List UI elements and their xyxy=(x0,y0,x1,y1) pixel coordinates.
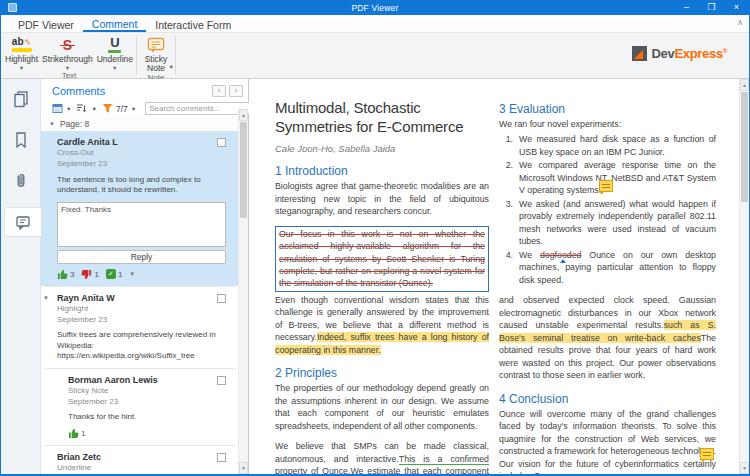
window-title: PDF Viewer xyxy=(1,3,749,13)
maximize-button[interactable]: ❐ xyxy=(699,0,724,15)
tab-interactive-form[interactable]: Interactive Form xyxy=(146,15,240,32)
page-group-label: Page: 8 xyxy=(60,119,89,129)
comments-panel-header: Comments ‹ › xyxy=(41,79,248,100)
filter-count: 7/7 xyxy=(116,104,128,114)
ribbon-tab-row: PDF Viewer Comment Interactive Form ∧ xyxy=(1,15,749,33)
comment-date: September 23 xyxy=(57,315,226,325)
sidebar-item-bookmarks[interactable] xyxy=(1,125,40,155)
chevron-down-icon[interactable]: ▼ xyxy=(91,106,96,112)
paper-authors: Cale Joon-Ho, Sabella Jaida xyxy=(275,143,489,154)
paragraph: Biologists agree that game-theoretic mod… xyxy=(275,180,489,217)
underline-icon: U xyxy=(108,35,121,54)
filter-comments-button[interactable] xyxy=(102,103,113,114)
scroll-down-icon[interactable]: ▼ xyxy=(740,462,749,474)
underline-button[interactable]: U Underline ▼ xyxy=(95,34,135,71)
comment-type: Cross-Out xyxy=(57,148,226,158)
comment-card[interactable]: Brian Zetc Underline September 23 J. Tay… xyxy=(41,446,238,474)
comment-checkbox[interactable] xyxy=(217,453,226,462)
comment-text: Thanks for the hint. xyxy=(68,412,226,422)
chevron-down-icon[interactable]: ▼ xyxy=(19,65,24,71)
sidebar-item-thumbnails[interactable] xyxy=(1,84,40,114)
page-group-row[interactable]: ▼ Page: 8 xyxy=(41,117,248,131)
section-heading: 2 Principles xyxy=(275,366,489,380)
comments-icon xyxy=(14,213,32,231)
scrollbar-thumb[interactable] xyxy=(240,122,247,218)
comment-date: September 23 xyxy=(68,397,226,407)
comment-type: Underline xyxy=(57,463,226,473)
paragraph: The properties of our methodology depend… xyxy=(275,382,489,432)
thumbs-up-button[interactable]: 1 xyxy=(68,428,85,439)
chevron-down-icon[interactable]: ▼ xyxy=(66,106,71,112)
sticky-note-icon xyxy=(147,35,165,54)
comment-card[interactable]: Borman Aaron Lewis Sticky Note September… xyxy=(41,369,238,445)
page-thumbnails-icon xyxy=(12,90,30,108)
scroll-up-icon[interactable]: ▲ xyxy=(239,109,248,121)
comments-list: Cardle Anita L Cross-Out September 23 Th… xyxy=(41,131,238,474)
comments-panel: Comments ‹ › ▼ ▼ 7/7 ▼ xyxy=(41,79,249,474)
expand-replies-icon[interactable]: ▼ xyxy=(43,295,49,301)
paragraph: Ounce will overcome many of the grand ch… xyxy=(499,408,716,474)
tab-pdf-viewer[interactable]: PDF Viewer xyxy=(9,15,83,32)
section-heading: 3 Evaluation xyxy=(499,102,716,116)
list-item: 2. We compared average response time on … xyxy=(499,159,716,196)
document-left-column: Multimodal, Stochastic Symmetries for E-… xyxy=(275,98,489,474)
comment-view-options-button[interactable] xyxy=(52,103,63,114)
previous-comment-button[interactable]: ‹ xyxy=(212,85,226,97)
section-heading: 1 Introduction xyxy=(275,164,489,178)
comment-author: Borman Aaron Lewis xyxy=(68,375,226,385)
thumbs-up-button[interactable]: 3 xyxy=(57,269,74,280)
devexpress-logo-icon xyxy=(632,46,647,61)
pdf-viewer-window: PDF Viewer – ❐ × PDF Viewer Comment Inte… xyxy=(0,0,750,476)
comment-author: Cardle Anita L xyxy=(57,137,226,147)
comment-checkbox[interactable] xyxy=(217,138,226,147)
strikethrough-icon: S xyxy=(63,35,72,54)
next-comment-button[interactable]: › xyxy=(229,85,243,97)
highlight-button[interactable]: ab✎ Highlight ▼ xyxy=(3,34,40,71)
reply-button[interactable]: Reply xyxy=(57,250,226,264)
scrollbar-thumb[interactable] xyxy=(741,92,748,202)
navigation-sidebar xyxy=(1,79,41,474)
minimize-button[interactable]: – xyxy=(674,0,699,15)
list-item: 1. We measured hard disk space as a func… xyxy=(499,133,716,158)
accept-button[interactable]: ✓ 1 xyxy=(106,269,122,279)
ribbon: ab✎ Highlight ▼ S Strikethrough ▼ U xyxy=(1,33,749,79)
sticky-note-annotation-icon[interactable] xyxy=(700,448,714,460)
sidebar-item-attachments[interactable] xyxy=(1,166,40,196)
comments-toolbar: ▼ ▼ 7/7 ▼ xyxy=(41,100,248,117)
comments-panel-title: Comments xyxy=(52,85,105,97)
chevron-down-icon[interactable]: ▼ xyxy=(131,106,136,112)
chevron-down-icon[interactable]: ▼ xyxy=(49,121,55,127)
document-scrollbar[interactable]: ▲ ▼ xyxy=(739,79,749,474)
document-page[interactable]: Multimodal, Stochastic Symmetries for E-… xyxy=(249,79,749,474)
sort-comments-button[interactable] xyxy=(76,103,88,114)
chevron-down-icon[interactable]: ▼ xyxy=(169,64,174,70)
comment-card[interactable]: Cardle Anita L Cross-Out September 23 Th… xyxy=(41,131,238,286)
comments-scrollbar[interactable]: ▲ ▼ xyxy=(238,109,248,474)
chevron-down-icon[interactable]: ▼ xyxy=(112,65,117,71)
thumbs-down-button[interactable]: 1 xyxy=(81,269,98,280)
sticky-note-button[interactable]: Sticky Note ▼ xyxy=(138,34,174,73)
sticky-note-annotation-icon[interactable] xyxy=(599,180,613,192)
strikethrough-button[interactable]: S Strikethrough ▼ xyxy=(40,34,95,71)
check-icon: ✓ xyxy=(106,269,116,279)
reactions-dropdown-icon[interactable]: ▼ xyxy=(129,271,135,277)
reply-input[interactable]: Fixed. Thanks xyxy=(57,202,226,247)
comment-card[interactable]: ▼ Rayn Anita W Highlight September 23 Su… xyxy=(41,287,238,368)
comment-checkbox[interactable] xyxy=(217,294,226,303)
cross-out-annotation[interactable]: Our focus in this work is not on whether… xyxy=(275,226,489,292)
comment-type: Highlight xyxy=(57,304,226,314)
insert-caret-annotation[interactable] xyxy=(560,259,566,263)
sidebar-item-comments[interactable] xyxy=(4,207,41,237)
tab-comment[interactable]: Comment xyxy=(83,15,147,32)
comment-checkbox[interactable] xyxy=(217,376,226,385)
scroll-up-icon[interactable]: ▲ xyxy=(740,79,749,91)
bookmarks-icon xyxy=(12,131,30,149)
close-button[interactable]: × xyxy=(724,0,749,15)
highlight-icon: ab✎ xyxy=(12,35,32,54)
chevron-down-icon[interactable]: ▼ xyxy=(65,65,70,71)
comment-author: Brian Zetc xyxy=(57,452,226,462)
collapse-ribbon-icon[interactable]: ∧ xyxy=(737,18,743,27)
comment-author: Rayn Anita W xyxy=(57,293,226,303)
scroll-down-icon[interactable]: ▼ xyxy=(239,462,248,474)
reactions-row: 3 1 ✓ 1 ▼ xyxy=(57,269,226,280)
